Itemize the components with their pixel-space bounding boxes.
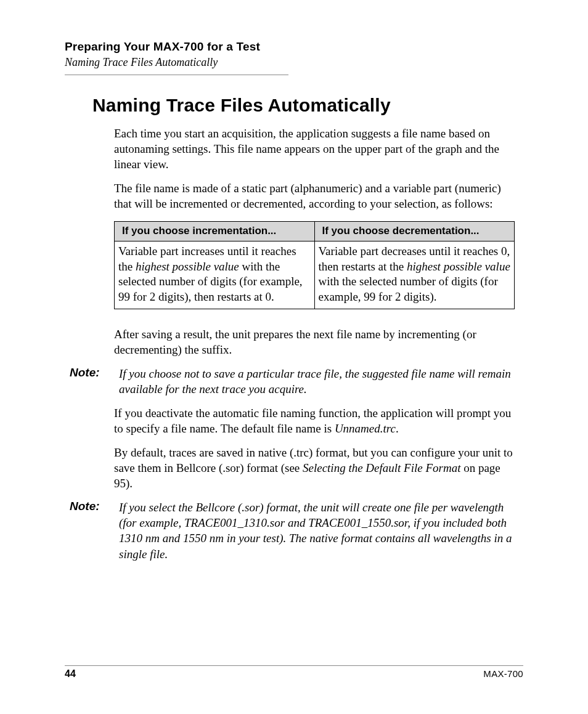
running-head: Preparing Your MAX-700 for a Test Naming… [65, 40, 523, 75]
body-text: If you deactivate the automatic file nam… [114, 405, 517, 491]
emphasis: highest possible value [136, 260, 239, 273]
table-header-row: If you choose incrementation... If you c… [115, 222, 515, 241]
increment-decrement-table: If you choose incrementation... If you c… [114, 221, 515, 309]
body-text: Each time you start an acquisition, the … [114, 126, 517, 357]
page-number: 44 [65, 668, 76, 680]
emphasis: highest possible value [407, 260, 510, 273]
running-chapter: Preparing Your MAX-700 for a Test [65, 40, 523, 54]
note-label: Note: [65, 500, 119, 513]
product-name: MAX-700 [483, 668, 523, 679]
filename: Unnamed.trc [335, 422, 396, 435]
paragraph: Each time you start an acquisition, the … [114, 126, 517, 172]
page-footer: 44 MAX-700 [65, 665, 523, 680]
note-label: Note: [65, 366, 119, 379]
table-header-decrement: If you choose decrementation... [314, 222, 515, 241]
text: with the selected number of digits (for … [319, 275, 498, 303]
paragraph: If you deactivate the automatic file nam… [114, 405, 517, 436]
table-cell-increment: Variable part increases until it reaches… [115, 241, 315, 309]
paragraph: By default, traces are saved in native (… [114, 445, 517, 491]
table-row: Variable part increases until it reaches… [115, 241, 515, 309]
note-body: If you choose not to save a particular t… [119, 366, 517, 397]
table-cell-decrement: Variable part decreases until it reaches… [314, 241, 515, 309]
paragraph: After saving a result, the unit prepares… [114, 327, 517, 357]
running-section: Naming Trace Files Automatically [65, 56, 288, 75]
note: Note: If you choose not to save a partic… [65, 366, 523, 397]
section-title: Naming Trace Files Automatically [92, 95, 523, 116]
page: Preparing Your MAX-700 for a Test Naming… [0, 0, 588, 714]
paragraph: The file name is made of a static part (… [114, 181, 517, 211]
note: Note: If you select the Bellcore (.sor) … [65, 500, 523, 561]
text: . [396, 422, 399, 435]
table-header-increment: If you choose incrementation... [115, 222, 315, 241]
cross-reference: Selecting the Default File Format [303, 461, 460, 474]
note-body: If you select the Bellcore (.sor) format… [119, 500, 517, 561]
text: If you deactivate the automatic file nam… [114, 407, 511, 435]
